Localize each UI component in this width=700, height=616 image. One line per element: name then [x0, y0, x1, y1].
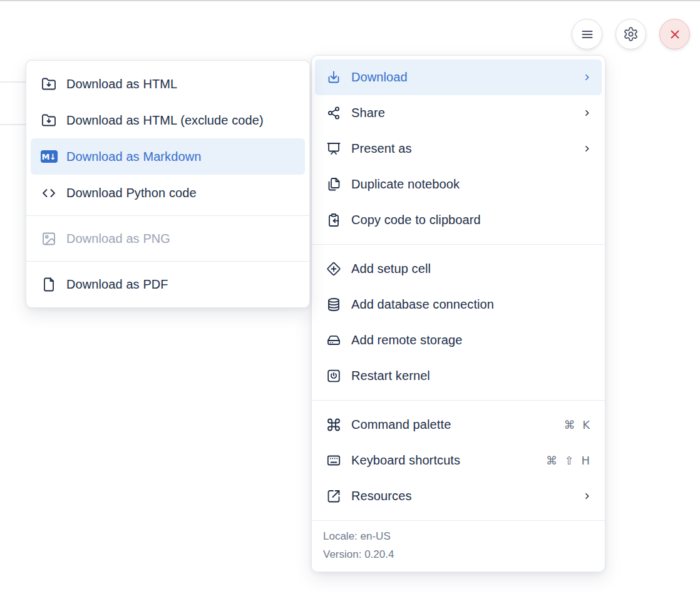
menu-separator — [312, 244, 605, 245]
chevron-right-icon — [582, 108, 592, 118]
keyboard-icon — [326, 453, 341, 468]
page-divider-line — [0, 81, 28, 83]
settings-button[interactable] — [615, 19, 646, 49]
menu-item-keyboard-shortcuts[interactable]: Keyboard shortcuts ⌘ ⇧ H — [315, 443, 602, 478]
hard-drive-icon — [326, 333, 341, 348]
file-icon — [41, 277, 56, 292]
chevron-right-icon — [582, 491, 592, 501]
menu-item-label: Download — [351, 70, 408, 85]
share-icon — [326, 106, 341, 121]
menu-item-download[interactable]: Download — [315, 59, 602, 95]
menu-item-label: Download as Markdown — [66, 150, 201, 164]
shortcut-command-k: ⌘ K — [564, 418, 592, 431]
menu-item-duplicate-notebook[interactable]: Duplicate notebook — [315, 167, 602, 202]
power-icon — [326, 369, 341, 384]
menu-item-label: Command palette — [351, 418, 451, 432]
close-icon — [668, 28, 682, 41]
download-submenu: Download as HTML Download as HTML (exclu… — [26, 60, 310, 308]
menu-item-label: Restart kernel — [351, 369, 430, 383]
menu-item-command-palette[interactable]: Command palette ⌘ K — [315, 407, 602, 443]
menu-item-label: Add remote storage — [351, 333, 462, 347]
window-controls — [572, 19, 690, 49]
menu-item-share[interactable]: Share — [315, 95, 602, 131]
menu-item-label: Add setup cell — [351, 262, 431, 276]
close-button[interactable] — [659, 19, 690, 49]
menu-item-copy-code-to-clipboard[interactable]: Copy code to clipboard — [315, 202, 602, 238]
chevron-right-icon — [582, 144, 592, 153]
page-divider-line — [0, 124, 28, 125]
menu-item-add-database-connection[interactable]: Add database connection — [315, 287, 602, 322]
locale-text: Locale: en-US — [323, 527, 594, 545]
image-icon — [41, 231, 56, 246]
database-icon — [326, 297, 341, 312]
duplicate-icon — [326, 177, 341, 192]
folder-download-icon — [41, 113, 56, 128]
menu-item-download-as-html-exclude-code[interactable]: Download as HTML (exclude code) — [31, 102, 305, 138]
menu-item-label: Download Python code — [66, 186, 197, 200]
menu-item-download-as-pdf[interactable]: Download as PDF — [31, 266, 305, 302]
hamburger-icon — [580, 27, 595, 42]
menu-item-add-remote-storage[interactable]: Add remote storage — [315, 322, 602, 358]
menu-item-add-setup-cell[interactable]: Add setup cell — [315, 251, 602, 287]
menu-item-label: Share — [351, 106, 385, 120]
folder-download-icon — [41, 76, 56, 91]
menu-item-resources[interactable]: Resources — [315, 478, 602, 514]
download-icon — [326, 70, 341, 85]
menu-item-label: Add database connection — [351, 297, 494, 312]
chevron-right-icon — [582, 73, 592, 82]
menu-separator — [26, 215, 309, 216]
menu-item-download-as-png[interactable]: Download as PNG — [31, 220, 305, 257]
menu-item-label: Download as PNG — [66, 232, 170, 246]
menu-separator — [312, 400, 605, 401]
menu-item-download-as-markdown[interactable]: M↓ Download as Markdown — [31, 138, 305, 175]
gear-icon — [623, 26, 639, 42]
menu-item-label: Download as HTML — [66, 77, 177, 91]
menu-item-present-as[interactable]: Present as — [315, 131, 602, 167]
menu-item-label: Copy code to clipboard — [351, 213, 481, 227]
menu-item-download-as-html[interactable]: Download as HTML — [31, 66, 305, 102]
presentation-icon — [326, 141, 341, 157]
external-link-icon — [326, 489, 341, 504]
diamond-plus-icon — [326, 262, 341, 277]
menu-item-label: Resources — [351, 489, 412, 503]
menu-item-label: Keyboard shortcuts — [351, 453, 460, 468]
clipboard-copy-icon — [326, 213, 341, 228]
shortcut-command-shift-h: ⌘ ⇧ H — [546, 454, 592, 467]
menu-button[interactable] — [572, 19, 602, 49]
page-top-divider — [0, 0, 700, 1]
menu-separator — [26, 261, 309, 262]
menu-item-label: Duplicate notebook — [351, 177, 460, 192]
menu-item-label: Download as PDF — [66, 277, 168, 292]
menu-item-label: Download as HTML (exclude code) — [66, 113, 264, 128]
code-icon — [41, 185, 56, 200]
command-icon — [326, 418, 341, 433]
menu-item-restart-kernel[interactable]: Restart kernel — [315, 358, 602, 394]
menu-item-label: Present as — [351, 141, 412, 156]
menu-footer: Locale: en-US Version: 0.20.4 — [312, 520, 605, 572]
menu-item-download-python-code[interactable]: Download Python code — [31, 175, 305, 211]
notebook-actions-menu: Download Share Present as Duplicate note… — [311, 55, 605, 572]
markdown-download-icon: M↓ — [41, 149, 56, 164]
version-text: Version: 0.20.4 — [323, 545, 594, 563]
